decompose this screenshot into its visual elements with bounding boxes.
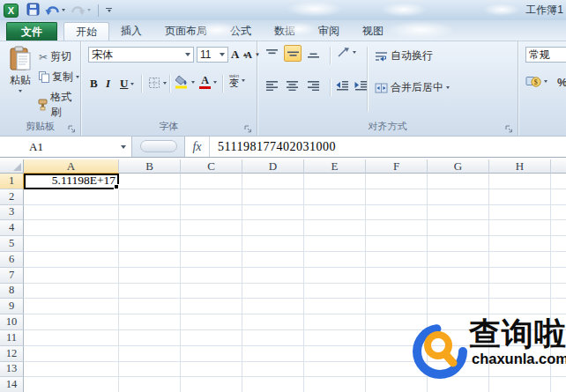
- cell-D8[interactable]: [242, 284, 304, 300]
- row-header-13[interactable]: 13: [0, 362, 24, 378]
- cell-C12[interactable]: [181, 346, 242, 362]
- copy-button[interactable]: 复制: [39, 70, 79, 85]
- cell-partial-7[interactable]: [551, 268, 566, 284]
- cell-D2[interactable]: [242, 189, 304, 205]
- row-header-11[interactable]: 11: [0, 330, 24, 346]
- cell-H8[interactable]: [489, 284, 551, 300]
- row-header-14[interactable]: 14: [0, 377, 24, 392]
- percent-style-button[interactable]: %: [557, 76, 566, 89]
- number-format-combo[interactable]: 常规: [525, 47, 566, 63]
- cell-C7[interactable]: [181, 268, 242, 284]
- cell-A13[interactable]: [24, 362, 119, 378]
- cell-C10[interactable]: [181, 314, 242, 330]
- tab-数据[interactable]: 数据: [263, 22, 307, 41]
- column-header-F[interactable]: F: [366, 159, 428, 174]
- cell-E14[interactable]: [304, 377, 366, 392]
- accounting-format-button[interactable]: $: [525, 75, 547, 88]
- cell-E5[interactable]: [304, 236, 366, 252]
- tab-审阅[interactable]: 审阅: [307, 22, 351, 41]
- cell-F1[interactable]: [366, 174, 428, 189]
- cell-A14[interactable]: [24, 377, 119, 392]
- cell-A8[interactable]: [24, 284, 119, 300]
- cell-G3[interactable]: [428, 205, 489, 221]
- redo-button[interactable]: [71, 4, 91, 16]
- cell-A4[interactable]: [24, 220, 119, 236]
- cell-E3[interactable]: [304, 205, 366, 221]
- undo-button[interactable]: [45, 4, 65, 16]
- cell-E12[interactable]: [304, 346, 366, 362]
- tab-file[interactable]: 文件: [6, 22, 57, 41]
- format-painter-button[interactable]: 格式刷: [37, 90, 80, 120]
- cell-E11[interactable]: [304, 330, 366, 346]
- row-header-7[interactable]: 7: [0, 268, 24, 284]
- cell-H2[interactable]: [489, 189, 551, 205]
- cell-B3[interactable]: [119, 205, 181, 221]
- cell-C8[interactable]: [181, 284, 242, 300]
- cell-D1[interactable]: [242, 174, 304, 189]
- cell-E4[interactable]: [304, 220, 366, 236]
- cell-G7[interactable]: [428, 268, 489, 284]
- cell-B1[interactable]: [119, 174, 181, 189]
- tab-插入[interactable]: 插入: [109, 22, 153, 41]
- column-header-G[interactable]: G: [428, 159, 489, 174]
- row-header-12[interactable]: 12: [0, 346, 24, 362]
- cell-G6[interactable]: [428, 252, 489, 268]
- align-center-button[interactable]: [286, 80, 299, 91]
- cell-B8[interactable]: [119, 284, 181, 300]
- customize-quick-access-icon[interactable]: [106, 8, 112, 13]
- fill-color-button[interactable]: [175, 75, 195, 89]
- row-header-1[interactable]: 1: [0, 174, 24, 189]
- cell-B9[interactable]: [119, 299, 181, 314]
- row-header-9[interactable]: 9: [0, 299, 24, 314]
- cell-D10[interactable]: [242, 314, 304, 330]
- formula-input[interactable]: 511198177402031000: [210, 140, 336, 154]
- cell-G5[interactable]: [428, 236, 489, 252]
- cut-button[interactable]: ✂ 剪切: [39, 49, 71, 64]
- cell-partial-4[interactable]: [551, 220, 566, 236]
- cell-D14[interactable]: [242, 377, 304, 392]
- column-header-partial[interactable]: [551, 159, 566, 174]
- cell-C2[interactable]: [181, 189, 242, 205]
- column-header-D[interactable]: D: [242, 159, 304, 174]
- increase-indent-button[interactable]: [354, 80, 368, 91]
- cell-B13[interactable]: [119, 362, 181, 378]
- cell-A1[interactable]: 5.11198E+17: [24, 174, 119, 189]
- underline-button[interactable]: U: [120, 77, 134, 91]
- cell-B5[interactable]: [119, 236, 181, 252]
- column-header-E[interactable]: E: [304, 159, 366, 174]
- italic-button[interactable]: I: [106, 77, 110, 91]
- name-box[interactable]: A1: [0, 137, 132, 157]
- cell-F2[interactable]: [366, 189, 428, 205]
- tab-页面布局[interactable]: 页面布局: [153, 22, 219, 41]
- cell-A5[interactable]: [24, 236, 119, 252]
- row-header-2[interactable]: 2: [0, 189, 24, 205]
- cell-C1[interactable]: [181, 174, 242, 189]
- cell-H5[interactable]: [489, 236, 551, 252]
- decrease-indent-button[interactable]: [336, 80, 349, 91]
- column-header-H[interactable]: H: [489, 159, 551, 174]
- column-header-B[interactable]: B: [119, 159, 181, 174]
- insert-function-button[interactable]: fx: [185, 137, 210, 157]
- cell-H6[interactable]: [489, 252, 551, 268]
- phonetic-guide-button[interactable]: wén 变: [229, 73, 245, 88]
- orientation-button[interactable]: [337, 47, 356, 58]
- cell-partial-1[interactable]: [551, 174, 566, 189]
- align-top-button[interactable]: [265, 48, 279, 59]
- cell-C9[interactable]: [181, 299, 242, 314]
- font-size-combo[interactable]: 11: [197, 47, 228, 63]
- cell-D4[interactable]: [242, 220, 304, 236]
- cell-A12[interactable]: [24, 346, 119, 362]
- paste-button[interactable]: 粘贴: [4, 46, 36, 92]
- cell-B7[interactable]: [119, 268, 181, 284]
- row-header-8[interactable]: 8: [0, 284, 24, 300]
- cell-D11[interactable]: [242, 330, 304, 346]
- cell-G8[interactable]: [428, 284, 489, 300]
- cell-D13[interactable]: [242, 362, 304, 378]
- cell-C3[interactable]: [181, 205, 242, 221]
- cell-E2[interactable]: [304, 189, 366, 205]
- cell-H7[interactable]: [489, 268, 551, 284]
- formula-bar-splitter[interactable]: [140, 140, 177, 152]
- font-dialog-launcher-icon[interactable]: [244, 123, 253, 132]
- cell-G4[interactable]: [428, 220, 489, 236]
- font-color-button[interactable]: A: [199, 75, 217, 89]
